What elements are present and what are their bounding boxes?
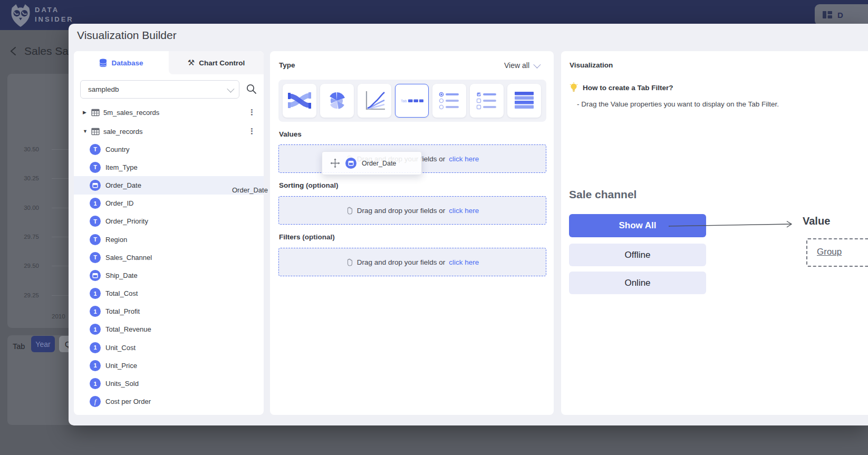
filters-dropzone[interactable]: Drag and drop your fields or click here xyxy=(278,248,546,276)
field-row[interactable]: T Country xyxy=(74,140,264,158)
field-row[interactable]: 1 Order_ID xyxy=(74,195,264,212)
chart-y-tick-label: 30.25 xyxy=(13,175,39,181)
annotation-arrow xyxy=(669,219,797,230)
sorting-dropzone[interactable]: Drag and drop your fields or click here xyxy=(278,196,546,225)
chart-y-tick-label: 30.00 xyxy=(13,205,39,211)
granularity-year-button[interactable]: Year xyxy=(31,336,55,352)
field-name: Cost per Order xyxy=(105,398,151,405)
field-row[interactable]: T Order_Priority xyxy=(74,212,264,230)
chart-type-sankey[interactable] xyxy=(283,84,316,118)
chart-type-strip: Tab xyxy=(278,80,546,122)
tools-icon: ⚒ xyxy=(188,58,195,67)
caret-down-icon[interactable]: ▼ xyxy=(83,129,89,134)
filters-section-label: Filters (optional) xyxy=(279,233,335,241)
table-row-sale-records[interactable]: ▼ sale_records ⋮ xyxy=(74,122,264,140)
field-row[interactable]: 1 Total_Cost xyxy=(74,285,264,303)
chart-type-table-list[interactable] xyxy=(507,84,541,118)
number-field-icon: 1 xyxy=(90,288,101,299)
field-name: Country xyxy=(105,146,130,153)
field-name: Region xyxy=(105,236,127,244)
granularity-tab-label[interactable]: Tab xyxy=(13,342,25,351)
left-panel-tabs: Database ⚒ Chart Control xyxy=(74,51,264,74)
lightbulb-icon xyxy=(570,82,578,93)
chart-type-checkbox-list[interactable] xyxy=(470,84,504,118)
field-name: Order_ID xyxy=(105,199,133,207)
database-panel: Database ⚒ Chart Control sampledb ▶ xyxy=(74,51,264,415)
field-name: Unit_Cost xyxy=(105,344,136,352)
table-list-icon xyxy=(513,89,536,112)
table-row-5m-sales-records[interactable]: ▶ 5m_sales_records ⋮ xyxy=(74,103,264,121)
chart-x-tick: 2010 xyxy=(52,313,65,320)
sorting-section-label: Sorting (optional) xyxy=(279,181,339,189)
field-row[interactable]: 1 Units_Sold xyxy=(74,374,264,392)
back-arrow-icon[interactable] xyxy=(8,46,18,56)
dropzone-click-here-link[interactable]: click here xyxy=(449,207,479,215)
field-name: Total_Revenue xyxy=(105,325,151,333)
dragged-field-card[interactable]: Order_Date xyxy=(322,151,422,175)
number-field-icon: 1 xyxy=(90,306,101,317)
chart-type-line[interactable] xyxy=(358,84,391,118)
tab-chart-control-label: Chart Control xyxy=(199,59,245,67)
field-list: T Country T Item_Type Order_Date 1 Order… xyxy=(74,140,264,411)
text-field-icon: T xyxy=(90,216,101,227)
field-row[interactable]: 1 Total_Profit xyxy=(74,303,264,321)
field-row[interactable]: 1 Unit_Cost xyxy=(74,338,264,356)
tab-database-label: Database xyxy=(111,59,143,67)
dragged-field-label: Order_Date xyxy=(362,160,396,167)
dropzone-click-here-link[interactable]: click here xyxy=(449,155,479,163)
tab-database[interactable]: Database xyxy=(74,51,169,74)
field-row[interactable]: f Cost per Order xyxy=(74,393,264,411)
field-name: Unit_Price xyxy=(105,362,137,370)
field-row[interactable]: T Item_Type xyxy=(74,158,264,176)
number-field-icon: 1 xyxy=(90,324,101,335)
caret-right-icon[interactable]: ▶ xyxy=(83,110,89,115)
tab-chart-control[interactable]: ⚒ Chart Control xyxy=(169,51,264,74)
preview-online-button[interactable]: Online xyxy=(569,272,706,294)
number-field-icon: 1 xyxy=(90,378,101,389)
preview-title: Sale channel xyxy=(569,188,636,201)
field-row[interactable]: 1 Total_Revenue xyxy=(74,321,264,338)
field-row[interactable]: T Sales_Channel xyxy=(74,248,264,266)
owl-logo-icon[interactable] xyxy=(8,3,33,28)
dropzone-text: Drag and drop your fields or xyxy=(357,258,445,266)
view-all-label: View all xyxy=(504,61,529,70)
table-icon xyxy=(91,128,100,135)
table-name: sale_records xyxy=(103,128,142,135)
kebab-menu-icon[interactable]: ⋮ xyxy=(248,127,256,136)
view-all-dropdown[interactable]: View all xyxy=(504,61,539,70)
dashboard-menu-button[interactable]: D xyxy=(815,4,868,25)
chart-type-pie[interactable] xyxy=(320,84,354,118)
field-name: Order_Date xyxy=(105,181,141,189)
dropzone-click-here-link[interactable]: click here xyxy=(449,258,479,266)
annotation-group-box: Group xyxy=(806,238,868,267)
visualization-panel: Visualization How to create a Tab Filter… xyxy=(561,51,868,415)
pie-icon xyxy=(325,89,349,112)
sankey-icon xyxy=(287,89,312,112)
kebab-menu-icon[interactable]: ⋮ xyxy=(248,108,256,117)
radio-list-icon xyxy=(438,89,461,112)
field-row[interactable]: T Region xyxy=(74,230,264,248)
field-name: Order_Priority xyxy=(105,217,148,225)
date-field-icon xyxy=(345,158,356,169)
field-row[interactable]: Ship_Date xyxy=(74,266,264,284)
table-name: 5m_sales_records xyxy=(103,109,159,117)
date-field-icon xyxy=(90,180,101,191)
field-row[interactable]: 1 Unit_Price xyxy=(74,356,264,374)
annotation-group-link[interactable]: Group xyxy=(817,247,842,257)
svg-text:Tab: Tab xyxy=(401,99,407,103)
field-name: Total_Cost xyxy=(105,289,138,297)
preview-offline-button[interactable]: Offline xyxy=(569,244,706,266)
chart-type-radio-list[interactable] xyxy=(432,84,466,118)
grab-hand-icon xyxy=(346,206,353,215)
dashboard-button-label: D xyxy=(837,11,843,20)
visualization-header: Visualization xyxy=(570,61,613,69)
chart-y-tick-label: 29.75 xyxy=(13,234,39,240)
chart-type-tab-filter[interactable]: Tab xyxy=(395,84,429,118)
search-icon[interactable] xyxy=(246,83,257,95)
annotation-value-label: Value xyxy=(803,215,830,227)
datasource-value: sampledb xyxy=(88,85,119,93)
chart-y-tick-label: 29.50 xyxy=(13,263,39,269)
tab-filter-icon: Tab xyxy=(400,89,423,112)
datasource-select[interactable]: sampledb xyxy=(80,80,239,99)
text-field-icon: T xyxy=(90,144,101,155)
